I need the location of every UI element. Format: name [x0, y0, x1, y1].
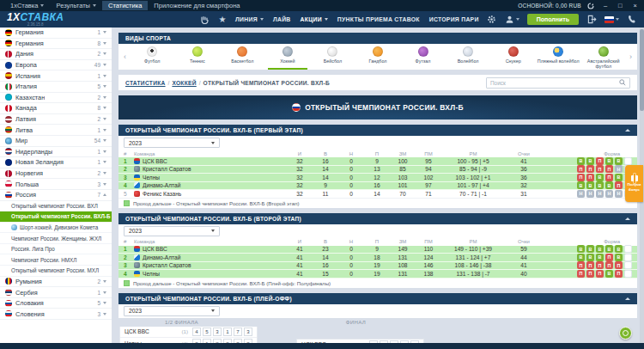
country-flag-icon: [5, 72, 12, 79]
titlebar-link[interactable]: Результаты: [50, 1, 102, 10]
search-icon[interactable]: [619, 79, 626, 86]
refresh-icon[interactable]: [587, 2, 595, 9]
logo[interactable]: 1XСТАВКА 2.36.15.8: [7, 12, 64, 28]
sidebar-league-item[interactable]: Открытый чемпионат России. МХЛ: [0, 266, 112, 277]
sidebar-country-item[interactable]: Словения 3: [0, 309, 112, 320]
standings-row[interactable]: 4 Челны 41 15 0 19 131 138 131 - 138 | -…: [118, 270, 637, 279]
standings-row[interactable]: 1 ЦСК ВВС 32 16 0 9 100 95 100 - 95 | +5…: [118, 157, 637, 166]
scroll-left-arrow[interactable]: ‹: [120, 44, 130, 70]
stage1-header[interactable]: ОТКРЫТЫЙ ЧЕМПИОНАТ РОССИИ. ВХЛ-Б (ПЕРВЫЙ…: [118, 125, 637, 136]
goal-diff-cell: 108 - 146 | -38: [441, 262, 505, 268]
sidebar-country-item[interactable]: Дания 2: [0, 49, 112, 60]
window-close-button[interactable]: ×: [631, 2, 640, 9]
sport-tab[interactable]: Футзал: [400, 44, 446, 70]
header-nav-item[interactable]: ЛИНИЯ: [235, 16, 264, 22]
scrollbar-thumb[interactable]: [640, 29, 644, 111]
search-input[interactable]: [490, 80, 619, 86]
account-balance[interactable]: ОСНОВНОЙ: 0,00 RUB: [518, 3, 581, 9]
season-select[interactable]: 2023: [124, 226, 220, 236]
team-logo-icon: [134, 191, 140, 197]
profile-menu[interactable]: [505, 15, 519, 24]
sport-tab[interactable]: Снукер: [490, 44, 536, 70]
standings-row[interactable]: 2 Динамо-Алтай 41 14 0 18 131 124 131 - …: [118, 254, 637, 262]
sidebar-country-item[interactable]: Норвегия 2: [0, 168, 112, 180]
wins-cell: 11: [313, 191, 338, 197]
header-nav-item[interactable]: АКЦИИ: [301, 16, 328, 22]
sport-tab[interactable]: Хоккей: [265, 44, 311, 70]
sidebar-league-item[interactable]: Открытый чемпионат России. ВХЛ: [0, 201, 112, 212]
hand-icon[interactable]: [199, 15, 210, 25]
gear-icon[interactable]: [487, 15, 497, 25]
bonus-widget[interactable]: Получибонус: [625, 165, 643, 202]
sidebar-league-item[interactable]: Россия. Лига Про: [0, 244, 112, 255]
logout-icon[interactable]: [586, 15, 597, 25]
breadcrumb-statistics[interactable]: СТАТИСТИКА: [125, 80, 166, 86]
sidebar-country-item[interactable]: Италия 5: [0, 82, 112, 93]
chevron-down-icon: [103, 183, 106, 186]
sidebar-country-item[interactable]: Латвия 2: [0, 114, 112, 126]
sidebar-country-item[interactable]: Литва 1: [0, 125, 112, 136]
window-minimize-button[interactable]: –: [601, 2, 610, 9]
sidebar-country-item[interactable]: Казахстан 2: [0, 93, 112, 104]
sport-tab[interactable]: Баскетбол: [220, 44, 265, 70]
sidebar-country-item[interactable]: Европа 49: [0, 60, 112, 71]
scroll-right-arrow[interactable]: ›: [626, 44, 635, 70]
country-label: Германия: [15, 40, 44, 47]
sidebar-country-item[interactable]: Румыния 2: [0, 277, 112, 288]
games-cell: 32: [287, 174, 313, 181]
collapse-icon[interactable]: [625, 297, 630, 300]
sidebar-country-item[interactable]: Германия 1: [0, 28, 112, 39]
sidebar-league-item[interactable]: Чемпионат России. Женщины. ЖХЛ: [0, 233, 112, 244]
standings-row[interactable]: 5 Феникс Казань 32 11 0 14 70 71 70 - 71…: [118, 190, 637, 199]
standings-row[interactable]: 3 Челны 32 14 0 12 103 102 103 - 102 | +…: [118, 174, 637, 182]
form-badge: П: [586, 261, 594, 269]
deposit-button[interactable]: Пополнить: [527, 14, 579, 25]
season-select[interactable]: 2023: [124, 138, 220, 148]
sport-tab[interactable]: Пляжный волейбол: [536, 44, 581, 70]
bracket-row[interactable]: ЦСК ВВС (1) 453173: [120, 327, 257, 338]
sport-tab[interactable]: Теннис: [175, 44, 221, 70]
sport-tab[interactable]: Футбол: [130, 44, 175, 70]
sidebar-country-item[interactable]: Мир 54: [0, 136, 112, 147]
standings-row[interactable]: 2 Кристалл Саратов 32 14 0 13 85 94 85 -…: [118, 166, 637, 174]
sidebar-country-item[interactable]: Испания 1: [0, 70, 112, 82]
sidebar-country-item[interactable]: Канада 8: [0, 103, 112, 114]
season-select[interactable]: 2023: [124, 306, 220, 316]
titlebar-link[interactable]: Приложение для смартфона: [148, 1, 246, 10]
stage2-header[interactable]: ОТКРЫТЫЙ ЧЕМПИОНАТ РОССИИ. ВХЛ-Б (ВТОРОЙ…: [118, 213, 637, 224]
sidebar-country-item[interactable]: Новая Зеландия 1: [0, 157, 112, 168]
sport-tab[interactable]: Австралийский футбол: [580, 44, 626, 70]
window-maximize-button[interactable]: □: [616, 2, 625, 9]
sport-tab[interactable]: Гандбол: [355, 44, 401, 70]
sidebar-country-item[interactable]: Словакия 5: [0, 298, 112, 309]
sidebar-league-item[interactable]: Шорт-хоккей. Дивизион Комета: [0, 223, 112, 234]
form-badge: В: [596, 245, 604, 253]
sidebar-country-item[interactable]: Нидерланды 1: [0, 147, 112, 158]
sidebar-country-item[interactable]: Германия 8: [0, 39, 112, 50]
support-chat-button[interactable]: [619, 327, 632, 340]
titlebar-link[interactable]: 1xСтавка: [4, 1, 50, 10]
standings-row[interactable]: 1 ЦСК ВВС 41 23 0 9 149 110 149 - 110 | …: [118, 246, 637, 254]
playoff-header[interactable]: ОТКРЫТЫЙ ЧЕМПИОНАТ РОССИИ. ВХЛ-Б (ПЛЕЙ-О…: [118, 293, 637, 304]
sport-tab[interactable]: Бейсбол: [310, 44, 355, 70]
header-nav-item[interactable]: ПУНКТЫ ПРИЕМА СТАВОК: [337, 16, 420, 22]
sport-tab[interactable]: Волейбол: [446, 44, 491, 70]
language-selector[interactable]: [605, 16, 619, 23]
sidebar-item-russia[interactable]: Россия 7: [0, 190, 112, 201]
header-nav-item[interactable]: ИСТОРИЯ ПАРИ: [429, 16, 479, 22]
collapse-icon[interactable]: [625, 129, 630, 132]
sidebar-league-item[interactable]: Открытый чемпионат России. ВХЛ-Б: [0, 211, 112, 223]
sidebar-country-item[interactable]: Польша 3: [0, 179, 112, 190]
titlebar-link[interactable]: Статистика: [102, 1, 148, 10]
sidebar-country-item[interactable]: Сербия 1: [0, 287, 112, 298]
star-icon[interactable]: ★: [217, 15, 228, 25]
column-header: Очки: [505, 239, 543, 244]
header-nav-item[interactable]: ЛАЙВ: [273, 16, 291, 22]
sidebar-league-item[interactable]: Чемпионат России. НМХЛ: [0, 254, 112, 266]
collapse-icon[interactable]: [625, 217, 630, 220]
chevron-down-icon: [103, 107, 106, 109]
standings-row[interactable]: 3 Кристалл Саратов 41 16 0 19 108 146 10…: [118, 262, 637, 271]
breadcrumb-hockey[interactable]: ХОККЕЙ: [172, 80, 196, 86]
standings-row[interactable]: 4 Динамо-Алтай 32 9 0 16 101 97 101 - 97…: [118, 182, 637, 191]
phone-icon[interactable]: [627, 15, 637, 25]
